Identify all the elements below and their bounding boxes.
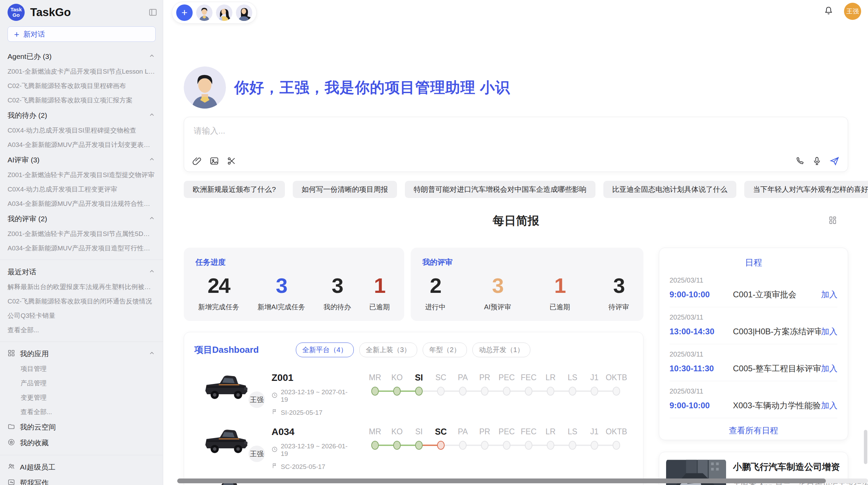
section-title: Agent已办 (3) <box>8 52 51 61</box>
recent-chat-item[interactable]: 公司Q3轻卡销量 <box>8 309 155 323</box>
milestone: PR <box>474 426 496 450</box>
chevron-up-icon[interactable] <box>148 215 155 223</box>
cloud-space-label: 我的云空间 <box>20 422 155 432</box>
sidebar-item[interactable]: C02-飞腾新能源轻客改款项目立项汇报方案 <box>8 93 155 108</box>
sidebar-item[interactable]: Z001-全新燃油皮卡产品开发项目SI节点Lesson Learn报告 <box>8 64 155 79</box>
milestone: SI <box>408 372 430 396</box>
chevron-up-icon[interactable] <box>148 350 155 358</box>
recent-view-all[interactable]: 查看全部... <box>8 323 155 337</box>
layout-icon[interactable] <box>828 216 837 226</box>
milestone-label: J1 <box>583 372 605 383</box>
schedule-item: 2025/03/11 10:30-11:30 C005-整车工程目标评审 加入 <box>670 344 837 381</box>
milestone-label: SC <box>430 372 452 383</box>
stat-label: 新增完成任务 <box>198 302 239 312</box>
bell-icon[interactable] <box>823 5 834 17</box>
project-flag-date: SC-2025-05-17 <box>281 463 325 471</box>
stat-label: 待评审 <box>608 302 629 312</box>
milestone-node <box>547 387 554 396</box>
milestone-node <box>393 441 401 450</box>
suggestion-chip[interactable]: 如何写一份清晰的项目周报 <box>293 181 397 198</box>
filter-chip[interactable]: 动总开发（1） <box>472 343 530 357</box>
app-item[interactable]: 变更管理 <box>8 390 155 405</box>
recent-chat-item[interactable]: 解释最新出台的欧盟报废车法规再生塑料比例被调至15%... <box>8 280 155 294</box>
chevron-up-icon[interactable] <box>148 111 155 120</box>
chevron-up-icon[interactable] <box>148 52 155 61</box>
filter-chip[interactable]: 年型（2） <box>423 343 467 357</box>
grid-icon <box>8 349 15 359</box>
sidebar-section-header[interactable]: 我的评审 (2) <box>8 211 155 227</box>
agent-avatar-2[interactable] <box>216 4 232 21</box>
filter-chip[interactable]: 全新平台（4） <box>296 343 354 357</box>
mic-icon[interactable] <box>812 156 822 166</box>
sidebar-section-header[interactable]: Agent已办 (3) <box>8 49 155 64</box>
suggestion-chip[interactable]: 比亚迪全固态电池计划具体说了什么 <box>603 181 736 198</box>
phone-icon[interactable] <box>795 156 805 166</box>
suggestion-chip[interactable]: 特朗普可能对进口汽车增税会对中国车企造成哪些影响 <box>405 181 595 198</box>
vertical-scrollbar-thumb[interactable] <box>864 430 867 464</box>
recent-chat-item[interactable]: C02-飞腾新能源轻客改款项目的闭环通告反馈情况 <box>8 294 155 309</box>
sidebar-item-cloud-space[interactable]: 我的云空间 <box>8 419 155 435</box>
add-agent-button[interactable]: + <box>176 4 193 21</box>
schedule-time: 9:00-10:00 <box>670 290 733 299</box>
chevron-up-icon[interactable] <box>148 268 155 276</box>
sidebar-section-header[interactable]: AI评审 (3) <box>8 152 155 168</box>
agent-avatar-3[interactable] <box>236 4 252 21</box>
sidebar-item[interactable]: C0X4-动力总成开发项目工程变更评审 <box>8 182 155 197</box>
milestone: FEC <box>518 372 540 396</box>
apps-view-all[interactable]: 查看全部... <box>8 405 155 419</box>
sidebar-item-favorites[interactable]: 我的收藏 <box>8 435 155 451</box>
horizontal-scrollbar-thumb[interactable] <box>177 478 826 483</box>
new-chat-button[interactable]: + 新对话 <box>8 26 156 42</box>
my-apps-header[interactable]: 我的应用 <box>8 346 155 362</box>
image-icon[interactable] <box>209 156 219 166</box>
app-item[interactable]: 产品管理 <box>8 376 155 390</box>
sidebar-item-help-write[interactable]: 帮我写作 <box>8 475 155 485</box>
section-items: C0X4-动力总成开发项目SI里程碑提交物检查A034-全新新能源MUV产品开发… <box>8 123 155 152</box>
sidebar-section-header[interactable]: 我的待办 (2) <box>8 108 155 123</box>
join-link[interactable]: 加入 <box>821 289 837 300</box>
sidebar-item[interactable]: A034-全新新能源MUV产品开发项目计划变更表编写 <box>8 138 155 152</box>
write-icon <box>8 478 15 485</box>
chevron-up-icon[interactable] <box>148 156 155 164</box>
sidebar-item[interactable]: C02-飞腾新能源轻客改款项目里程碑画布 <box>8 79 155 93</box>
sidebar-item-ai-employee[interactable]: AI超级员工 <box>8 459 155 475</box>
join-link[interactable]: 加入 <box>821 400 837 411</box>
stat: 3 我的待办 <box>324 271 351 312</box>
project-row[interactable]: 王强 Z001 2023-12-19 ~ 2027-01-19 <box>194 367 643 421</box>
milestone-node <box>371 387 379 396</box>
scissors-icon[interactable] <box>227 156 236 166</box>
sidebar-item[interactable]: Z001-全新燃油轻卡产品开发项目SI造型提交物评审 <box>8 168 155 182</box>
milestone-label: SI <box>408 426 430 437</box>
sidebar-item[interactable]: C0X4-动力总成开发项目SI里程碑提交物检查 <box>8 123 155 138</box>
panel-toggle-icon[interactable] <box>148 8 157 17</box>
app-title: TaskGo <box>30 6 148 19</box>
chat-input[interactable] <box>194 126 838 136</box>
milestone-label: FEC <box>518 426 540 437</box>
suggestion-chip[interactable]: 当下年轻人对汽车外观有怎样的喜好趋势 <box>744 181 868 198</box>
clock-icon <box>272 446 278 454</box>
project-row[interactable]: 王强 A034 2023-12-19 ~ 2026-01-19 <box>194 421 643 475</box>
user-avatar[interactable]: 王强 <box>844 3 861 20</box>
paperclip-icon[interactable] <box>192 156 202 166</box>
schedule-date: 2025/03/11 <box>670 313 837 321</box>
agent-avatar-1[interactable] <box>196 4 213 21</box>
favorites-label: 我的收藏 <box>20 438 155 448</box>
sidebar-item[interactable]: A034-全新新能源MUV产品开发项目法规符合性评审 <box>8 197 155 211</box>
suggestion-chip[interactable]: 欧洲新规最近颁布了什么? <box>184 181 285 198</box>
milestone: PA <box>452 426 474 450</box>
recent-chats-title: 最近对话 <box>8 267 36 277</box>
join-link[interactable]: 加入 <box>821 326 837 337</box>
schedule-item: 2025/03/11 13:00-14:30 C003|H0B-方案冻结评审 加… <box>670 307 837 344</box>
sidebar-item[interactable]: Z001-全新燃油轻卡产品开发项目SI节点属性5D文件评审 <box>8 227 155 241</box>
filter-chip[interactable]: 全新上装（3） <box>359 343 417 357</box>
recent-chats-header[interactable]: 最近对话 <box>8 264 155 280</box>
section-title: 我的待办 (2) <box>8 111 47 120</box>
schedule-view-all[interactable]: 查看所有日程 <box>670 418 837 443</box>
schedule-card: 日程 2025/03/11 9:00-10:00 C001-立项审批会 加入 2… <box>659 248 848 440</box>
briefing-title: 每日简报 <box>184 213 848 229</box>
send-icon[interactable] <box>829 156 840 166</box>
stat-value: 24 <box>198 271 239 300</box>
join-link[interactable]: 加入 <box>821 363 837 374</box>
app-item[interactable]: 项目管理 <box>8 362 155 376</box>
sidebar-item[interactable]: A034-全新新能源MUV产品开发项目造型可行性评审 <box>8 241 155 256</box>
